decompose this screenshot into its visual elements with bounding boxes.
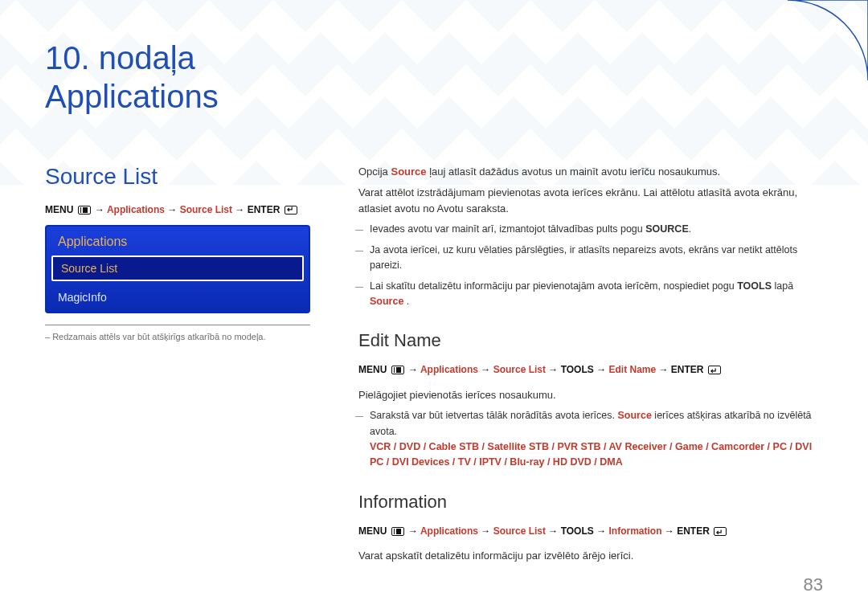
menu-label: MENU (45, 204, 73, 215)
device-list: VCR / DVD / Cable STB / Satellite STB / … (370, 441, 812, 468)
menu-path-edit-name: MENU → Applications → Source List → TOOL… (358, 362, 823, 378)
menu-path-information: MENU → Applications → Source List → TOOL… (358, 524, 823, 539)
path-applications: Applications (107, 204, 165, 215)
intro-paragraph-2: Varat attēlot izstrādājumam pievienotas … (358, 185, 823, 217)
list-item: Sarakstā var būt ietvertas tālāk norādīt… (370, 408, 823, 471)
enter-icon (714, 527, 727, 536)
section-title-source-list: Source List (45, 164, 310, 190)
chapter-number: 10. nodaļa (45, 40, 195, 76)
menu-path-source-list: MENU → Applications → Source List → ENTE… (45, 204, 310, 215)
enter-icon (708, 366, 721, 374)
tv-menu-screenshot: Applications Source List MagicInfo (45, 225, 310, 313)
tv-header: Applications (47, 227, 309, 255)
right-column: Opcija Source ļauj atlasīt dažādus avotu… (358, 164, 823, 569)
notes-list: Ievades avotu var mainīt arī, izmantojot… (358, 222, 823, 309)
intro-paragraph-1: Opcija Source ļauj atlasīt dažādus avotu… (358, 164, 823, 180)
footnote: – Redzamais attēls var būt atšķirīgs atk… (45, 330, 310, 344)
enter-label: ENTER (248, 204, 280, 215)
menu-icon (391, 527, 404, 536)
edit-name-line1: Pielāgojiet pievienotās ierīces nosaukum… (358, 387, 823, 403)
left-column: Source List MENU → Applications → Source… (45, 164, 310, 569)
menu-icon (391, 366, 404, 374)
subheading-edit-name: Edit Name (358, 327, 823, 354)
chapter-title: 10. nodaļa Applications (45, 39, 823, 116)
tv-item-source-list: Source List (51, 255, 304, 281)
menu-icon (78, 206, 91, 215)
divider (45, 325, 310, 325)
page-corner-decoration (772, 0, 868, 96)
list-item: Lai skatītu detalizētu informāciju par p… (370, 279, 823, 310)
list-item: Ievades avotu var mainīt arī, izmantojot… (370, 222, 823, 237)
list-item: Ja avota ierīcei, uz kuru vēlaties pārsl… (370, 243, 823, 274)
enter-icon (285, 206, 297, 215)
information-line: Varat apskatīt detalizētu informāciju pa… (358, 548, 823, 564)
path-source-list: Source List (180, 204, 232, 215)
subheading-information: Information (358, 488, 823, 516)
edit-name-list: Sarakstā var būt ietvertas tālāk norādīt… (358, 408, 823, 471)
chapter-name: Applications (45, 79, 219, 114)
page-number: 83 (804, 574, 823, 595)
tv-item-magicinfo: MagicInfo (47, 286, 309, 312)
